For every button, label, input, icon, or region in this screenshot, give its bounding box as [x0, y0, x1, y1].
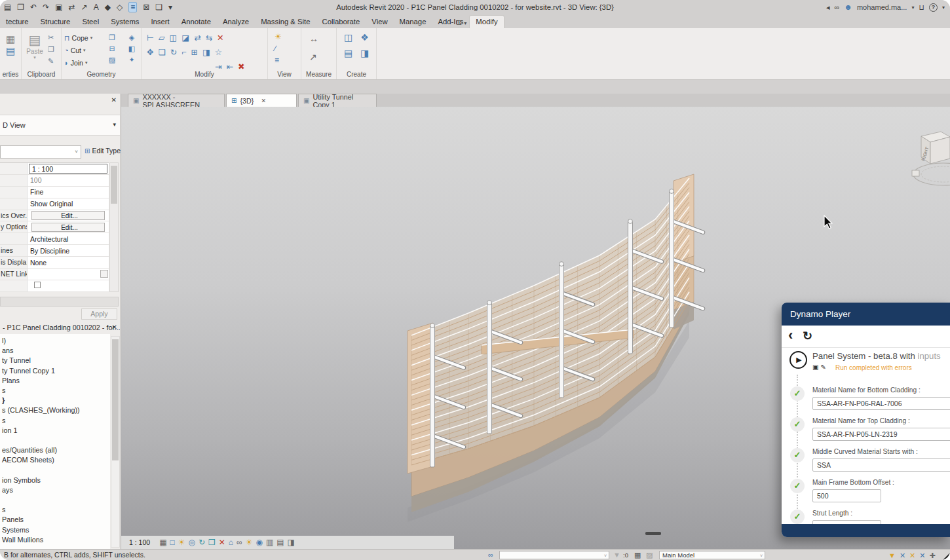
parts-visibility-value[interactable]: Show Original: [28, 200, 109, 208]
help-icon[interactable]: ?: [929, 3, 938, 12]
property-row[interactable]: [0, 280, 109, 292]
properties-scroll-thumb[interactable]: [111, 166, 117, 204]
browser-tree-item[interactable]: ty Tunnel Copy 1: [0, 366, 110, 376]
scale-icon[interactable]: ◨: [202, 47, 210, 57]
property-row[interactable]: 1 : 100: [0, 163, 109, 175]
net-link-value[interactable]: [28, 269, 109, 280]
close-view-tab-icon[interactable]: ✕: [261, 98, 266, 104]
view-tab-splashscreen[interactable]: ▣ XXXXXX - SPLASHSCREEN: [128, 94, 225, 107]
display-options-edit-button[interactable]: Edit...: [31, 223, 105, 232]
measure-icon[interactable]: ⇄: [69, 3, 75, 12]
tab-modify[interactable]: Modify: [469, 15, 504, 28]
section-icon[interactable]: ◇: [117, 3, 123, 12]
temporary-view-properties-icon[interactable]: ◉: [256, 536, 262, 549]
properties-icon[interactable]: ▦: [0, 33, 21, 45]
paste-button[interactable]: ▤ Paste ▾: [24, 32, 45, 60]
mirror-pick-axis-icon[interactable]: ◫: [170, 33, 178, 43]
delete-icon[interactable]: ✕: [217, 33, 223, 43]
cut-to-clipboard-icon[interactable]: ✂: [48, 33, 54, 42]
browser-tree-item[interactable]: ty Tunnel: [0, 356, 110, 365]
frame-offset-input[interactable]: 500: [812, 489, 881, 502]
legend-component-icon[interactable]: ◫: [344, 32, 352, 43]
run-script-button[interactable]: ▶: [789, 351, 807, 369]
reveal-constraints-icon[interactable]: ◨: [288, 536, 295, 549]
move-icon[interactable]: ✥: [147, 47, 153, 57]
browser-tree-item[interactable]: s (CLASHES_(Working)): [0, 405, 110, 415]
property-row[interactable]: ics Over... Edit...: [0, 210, 109, 222]
browse-mini-button[interactable]: [100, 270, 108, 278]
top-cladding-input[interactable]: SSA-AR-FN-P05-LN-2319: [812, 428, 950, 441]
browser-tree-item[interactable]: l): [0, 336, 110, 346]
reveal-hidden-elements-icon[interactable]: ☀: [246, 536, 253, 549]
analysis-display-value[interactable]: None: [28, 259, 109, 267]
browser-scrollbar[interactable]: [111, 336, 120, 548]
dynamo-player-title[interactable]: Dynamo Player: [782, 303, 950, 326]
select-underlay-icon[interactable]: ✕: [909, 551, 915, 560]
browser-tree-item[interactable]: s: [0, 416, 110, 426]
worksets-icon[interactable]: ∞: [488, 551, 493, 559]
print-icon[interactable]: ▣: [55, 3, 62, 12]
split-with-gap-icon[interactable]: ⇤: [226, 62, 233, 71]
scroll-indicator[interactable]: [645, 532, 661, 535]
sun-path-icon[interactable]: ◎: [188, 536, 195, 549]
project-browser-header[interactable]: - P1C Panel Cladding 0010202 - for...: [0, 321, 120, 334]
properties-filter-combo[interactable]: ˅: [0, 145, 81, 159]
browser-tree-item[interactable]: Plans: [0, 376, 110, 386]
linework-icon[interactable]: ∕: [275, 44, 282, 53]
property-row[interactable]: Show Original: [0, 198, 109, 210]
browser-tree-item[interactable]: s: [0, 386, 110, 396]
show-crop-region-icon[interactable]: ⌂: [229, 536, 233, 549]
browser-tree-item[interactable]: [0, 465, 110, 475]
property-row[interactable]: Architectural: [0, 233, 109, 245]
beam-joins-icon[interactable]: ◈: [129, 33, 134, 42]
browser-tree-item[interactable]: ion Symbols: [0, 476, 110, 485]
close-properties-icon[interactable]: ✕: [111, 96, 117, 103]
tab-manage[interactable]: Manage: [394, 16, 432, 28]
paint-icon[interactable]: ❐: [109, 33, 115, 42]
cut-button[interactable]: ◔ Cut ▾: [64, 45, 92, 56]
editing-requests-count[interactable]: :0: [623, 551, 628, 559]
property-row[interactable]: is Displa... None: [0, 257, 109, 269]
qat-customize-icon[interactable]: ▾: [168, 3, 172, 12]
split-face-icon[interactable]: ◧: [128, 45, 135, 53]
close-hidden-windows-icon[interactable]: ⊠: [143, 3, 149, 12]
reveal-hidden-elements-icon[interactable]: ☀: [275, 32, 282, 41]
view-tab-3d[interactable]: ⊞ {3D} ✕: [226, 94, 297, 107]
browser-tree-item[interactable]: }: [0, 396, 110, 405]
exclude-options-icon[interactable]: ▨: [646, 551, 653, 559]
measure-between-refs-icon[interactable]: ↔: [309, 33, 318, 44]
redo-icon[interactable]: ↷: [43, 3, 49, 12]
select-pinned-icon[interactable]: ✕: [919, 551, 925, 560]
split-element-icon[interactable]: ⇥: [215, 62, 221, 71]
browser-tree-item[interactable]: Panels: [0, 515, 110, 525]
browser-tree-item[interactable]: ays: [0, 485, 110, 495]
workset-combo[interactable]: ˅: [499, 551, 609, 559]
browser-tree-item[interactable]: ans: [0, 346, 110, 356]
open-icon[interactable]: ❐: [17, 3, 24, 12]
apply-button[interactable]: Apply: [81, 308, 117, 320]
search-icon[interactable]: ∞: [834, 3, 839, 11]
align-icon[interactable]: ⊢: [147, 33, 154, 43]
property-row[interactable]: NET Link: [0, 269, 109, 280]
pin-icon[interactable]: ☆: [215, 47, 222, 57]
dynamo-back-icon[interactable]: ‹: [788, 327, 793, 344]
tab-steel[interactable]: Steel: [76, 16, 105, 28]
tab-analyze[interactable]: Analyze: [217, 16, 255, 28]
tab-annotate[interactable]: Annotate: [176, 16, 217, 28]
signed-in-user[interactable]: mohamed.ma...: [857, 3, 907, 11]
browser-tree-item[interactable]: [0, 495, 110, 505]
view-scale-value[interactable]: 1 : 100: [29, 164, 107, 174]
default-3d-view-icon[interactable]: ◆: [105, 3, 111, 12]
selection-filter-icon[interactable]: ▼: [888, 551, 896, 560]
match-type-icon[interactable]: ✎: [48, 57, 54, 65]
close-browser-icon[interactable]: ✕: [112, 324, 117, 331]
edit-type-button[interactable]: ⊞ Edit Type: [85, 147, 121, 155]
select-links-icon[interactable]: ✕: [900, 551, 905, 560]
move-arrows-icon[interactable]: ⇄: [194, 33, 200, 43]
view-tab-utility-tunnel[interactable]: ▣ Utility Tunnel Copy 1: [298, 94, 377, 107]
temporary-hide-isolate-icon[interactable]: ∞: [237, 536, 242, 549]
ribbon-display-toggle[interactable]: ⊡ ▾: [453, 16, 469, 29]
tab-massing-site[interactable]: Massing & Site: [255, 16, 316, 28]
remove-paint-icon[interactable]: ▨: [109, 56, 115, 64]
help-caret-icon[interactable]: ▾: [942, 5, 945, 10]
